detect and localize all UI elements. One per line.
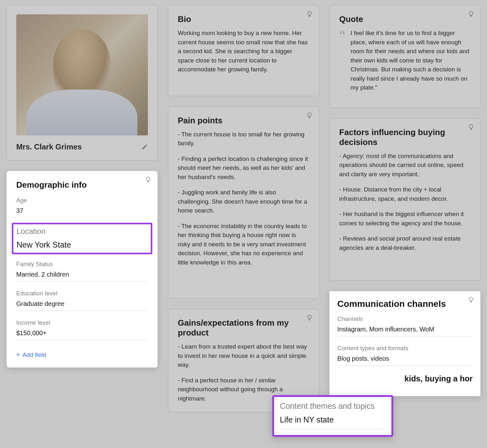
bio-text: Working mom looking to buy a new home. H… [178,29,309,74]
pain-point-item: - The current house is too small for her… [178,130,309,148]
highlighted-content-themes-callout: Content themes and topics Life in NY sta… [272,395,393,437]
communication-title: Communication channels [337,299,473,309]
persona-photo [16,14,148,135]
pain-points-title: Pain points [178,116,309,126]
pain-point-item: - The economic instability in the countr… [178,222,309,267]
plus-icon: + [16,351,20,358]
lightbulb-icon[interactable] [306,314,313,321]
pain-point-item: - Juggling work and family life is also … [178,188,309,215]
demographics-title: Demographic info [16,180,148,190]
gains-title: Gains/expectations from my product [178,318,309,338]
quote-title: Quote [339,14,471,24]
add-field-label: Add field [23,351,46,358]
field-family-status[interactable]: Family Status Married, 2 children [16,261,148,282]
income-label: Income level [16,319,148,326]
themes-truncated-value: kids, buying a hor [337,374,473,383]
family-label: Family Status [16,261,148,268]
lightbulb-icon[interactable] [306,112,313,119]
themes-label: Content themes and topics [280,401,386,411]
quote-card: Quote “ I feel like it's time for us to … [329,5,481,108]
field-age[interactable]: Age 37 [16,197,148,214]
factor-item: - Agency: most of the communications and… [339,152,471,179]
highlighted-location-field[interactable]: Location New York State [12,223,152,254]
lightbulb-icon[interactable] [306,11,313,18]
field-content-themes-truncated[interactable]: kids, buying a hor [337,374,473,383]
content-types-label: Content types and formats [337,345,473,352]
bio-card: Bio Working mom looking to buy a new hom… [168,5,319,96]
pain-points-card: Pain points - The current house is too s… [168,106,319,299]
demographic-info-card: Demographic info Age 37 Location New Yor… [6,171,158,368]
education-value: Graduate degree [16,300,148,307]
pain-point-item: - Finding a perfect location is challeng… [178,155,309,182]
factors-card: Factors influencing buying decisions - A… [329,118,481,281]
factor-item: - Her husband is the biggest influencer … [339,210,471,228]
communication-channels-card: Communication channels Channels Instagra… [329,291,481,396]
persona-name: Mrs. Clark Grimes [16,142,82,151]
family-value: Married, 2 children [16,271,148,278]
persona-photo-card: Mrs. Clark Grimes [6,5,158,161]
lightbulb-icon[interactable] [145,176,152,183]
income-value: $150,000+ [16,329,148,337]
field-channels[interactable]: Channels Instagram, Mom influencers, WoM [337,315,473,336]
age-value: 37 [16,207,148,214]
edit-name-icon[interactable] [142,144,148,150]
lightbulb-icon[interactable] [468,124,475,131]
factors-title: Factors influencing buying decisions [339,127,471,147]
factor-item: - Reviews and social proof around real e… [339,234,471,252]
age-label: Age [16,197,148,204]
lightbulb-icon[interactable] [468,11,475,18]
education-label: Education level [16,290,148,297]
field-content-types[interactable]: Content types and formats Blog posts, vi… [337,345,473,366]
add-field-button[interactable]: + Add field [16,351,46,358]
lightbulb-icon[interactable] [468,296,475,303]
content-types-value: Blog posts, videos [337,355,473,362]
field-education[interactable]: Education level Graduate degree [16,290,148,311]
bio-title: Bio [178,14,309,24]
quote-text: I feel like it's time for us to find a b… [351,29,471,92]
factor-item: - House: Distance from the city + local … [339,185,471,203]
channels-value: Instagram, Mom influencers, WoM [337,326,473,333]
themes-value: Life in NY state [280,415,386,424]
quote-mark-icon: “ [339,31,345,92]
location-label: Location [17,227,148,236]
location-value: New York State [17,240,148,249]
field-income[interactable]: Income level $150,000+ [16,319,148,340]
gain-item: - Learn from a trusted expert about the … [178,342,309,370]
channels-label: Channels [337,315,473,322]
